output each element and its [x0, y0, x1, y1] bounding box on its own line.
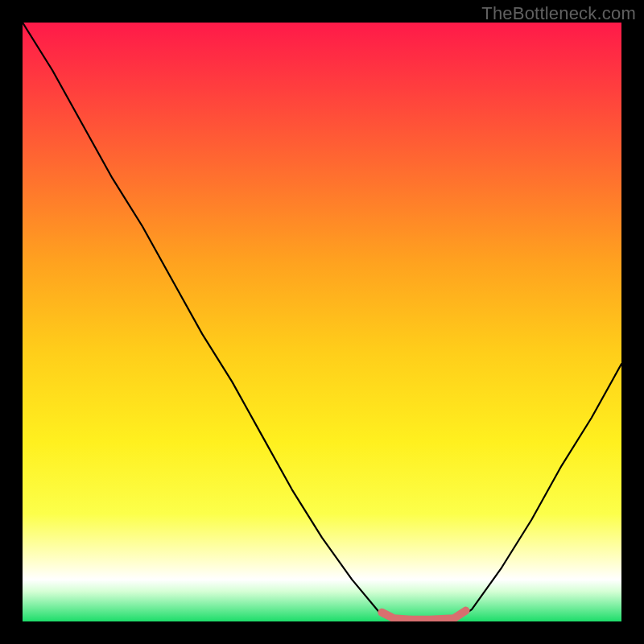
plot-area: [23, 23, 621, 621]
gradient-background: [23, 23, 621, 621]
watermark-text: TheBottleneck.com: [481, 3, 636, 24]
plot-svg: [23, 23, 621, 621]
chart-frame: TheBottleneck.com: [0, 0, 644, 644]
